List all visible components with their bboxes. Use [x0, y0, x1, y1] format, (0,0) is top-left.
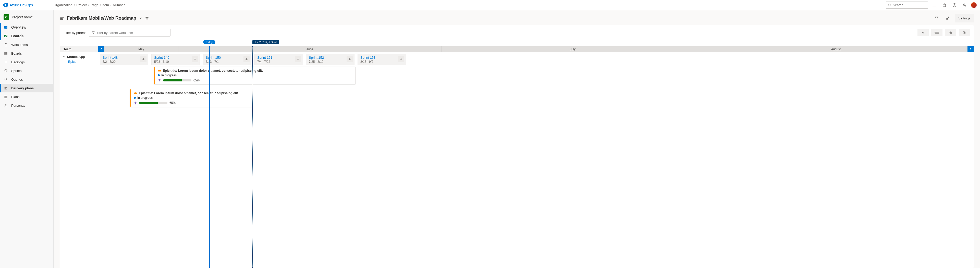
sprint-card[interactable]: Sprint 151 7/4 - 7/22: [255, 54, 303, 65]
scroll-left-button[interactable]: [98, 46, 104, 52]
svg-rect-16: [6, 52, 7, 54]
fullscreen-icon[interactable]: [943, 14, 952, 22]
search-input[interactable]: [893, 3, 926, 7]
svg-rect-14: [5, 52, 5, 54]
sprint-card[interactable]: Sprint 148 5/2 - 5/20: [100, 54, 148, 65]
project-tile: C: [3, 14, 9, 20]
main-content: Fabrikam Mobile/Web Roadmap Settings Fil…: [54, 10, 980, 268]
sidebar-section-boards[interactable]: Boards: [0, 32, 53, 40]
list-view-icon[interactable]: [930, 1, 938, 9]
svg-rect-22: [5, 89, 7, 89]
month-cell: August: [704, 46, 967, 52]
svg-point-18: [5, 78, 6, 80]
svg-point-6: [965, 5, 966, 6]
sprint-card[interactable]: Sprint 149 5/23 - 6/10: [151, 54, 200, 65]
team-name: Mobile App: [67, 55, 85, 59]
settings-button[interactable]: Settings: [955, 14, 974, 22]
svg-point-0: [889, 4, 891, 6]
add-item-button[interactable]: [243, 56, 250, 62]
zoom-out-button[interactable]: [945, 29, 956, 36]
breadcrumb-item[interactable]: Number: [113, 3, 124, 7]
fy-marker: FY 2023 Q1 Start: [252, 40, 279, 44]
today-line: [209, 46, 210, 268]
add-item-button[interactable]: [192, 56, 198, 62]
sidebar-item-label: Boards: [11, 51, 22, 55]
add-item-button[interactable]: [398, 56, 404, 62]
sidebar-item-label: Plans: [11, 95, 20, 99]
epic-card[interactable]: Epic title: Lorem ipsum dolor sit amet, …: [130, 89, 252, 107]
sprint-name: Sprint 152: [309, 56, 352, 59]
breadcrumb-item[interactable]: Page: [91, 3, 98, 7]
svg-rect-20: [5, 87, 7, 88]
help-icon[interactable]: ?: [950, 1, 959, 9]
svg-line-38: [965, 34, 966, 34]
add-item-button[interactable]: [140, 56, 146, 62]
filter-input[interactable]: [97, 31, 168, 35]
team-epics-link[interactable]: Epics: [62, 60, 95, 64]
team-row[interactable]: Mobile App: [62, 55, 95, 59]
topbar: Azure DevOps Organization/ Project/ Page…: [0, 0, 980, 10]
sprint-card[interactable]: Sprint 150 6/13 - 7/1: [203, 54, 251, 65]
kanban-icon: [3, 51, 8, 55]
timeline: today FY 2023 Q1 Start Team MayJuneJulyA…: [60, 40, 974, 268]
add-item-button[interactable]: [347, 56, 353, 62]
breadcrumb-item[interactable]: Organization: [54, 3, 73, 7]
breadcrumb-item[interactable]: Item: [102, 3, 109, 7]
team-column-header: Team: [60, 46, 98, 52]
filter-icon[interactable]: [932, 14, 941, 22]
sidebar-item-plans[interactable]: Plans: [0, 93, 53, 101]
sprint-name: Sprint 149: [154, 56, 197, 59]
sprint-card[interactable]: Sprint 152 7/25 - 8/12: [306, 54, 355, 65]
chevron-down-icon[interactable]: [139, 16, 142, 20]
epic-status: In progress: [137, 96, 153, 99]
search-box[interactable]: [886, 2, 928, 9]
sidebar-section-overview[interactable]: Overview: [0, 23, 53, 32]
filter-input-wrap[interactable]: [89, 29, 170, 37]
dependencies-button[interactable]: [918, 29, 929, 36]
fy-line: [252, 46, 253, 268]
svg-rect-9: [6, 27, 6, 28]
filter-row: Filter by parent: [60, 25, 974, 40]
status-dot: [158, 74, 160, 76]
sidebar-item-delivery-plans[interactable]: Delivery plans: [0, 84, 53, 93]
sidebar-item-work-items[interactable]: Work items: [0, 40, 53, 49]
sidebar-item-sprints[interactable]: Sprints: [0, 66, 53, 75]
zoom-in-button[interactable]: [959, 29, 970, 36]
star-icon[interactable]: [145, 16, 149, 20]
status-dot: [134, 97, 136, 99]
sidebar-item-personas[interactable]: Personas: [0, 101, 53, 110]
page-title: Fabrikam Mobile/Web Roadmap: [67, 16, 136, 21]
brand-logo[interactable]: Azure DevOps: [3, 3, 52, 7]
breadcrumb: Organization/ Project/ Page/ Item/ Numbe…: [54, 3, 125, 7]
epic-title: Epic title: Lorem ipsum dolor sit amet, …: [139, 91, 239, 95]
team-pane: Mobile App Epics: [60, 52, 98, 268]
svg-rect-15: [6, 52, 6, 54]
shopping-bag-icon[interactable]: [940, 1, 948, 9]
crown-icon: [134, 92, 137, 95]
breadcrumb-item[interactable]: Project: [76, 3, 86, 7]
month-cell: June: [178, 46, 442, 52]
sidebar-item-boards[interactable]: Boards: [0, 49, 53, 58]
sprint-card[interactable]: Sprint 153 8/15 - 9/2: [358, 54, 406, 65]
add-item-button[interactable]: [295, 56, 301, 62]
svg-rect-12: [5, 44, 7, 46]
sidebar-item-queries[interactable]: Queries: [0, 75, 53, 84]
avatar[interactable]: [971, 2, 977, 8]
sidebar-item-label: Personas: [11, 104, 25, 107]
svg-rect-28: [60, 18, 62, 19]
svg-text:?: ?: [954, 4, 955, 6]
svg-rect-23: [5, 96, 7, 96]
azure-devops-icon: [3, 3, 8, 7]
scroll-right-button[interactable]: [967, 46, 974, 52]
progress-pct: 65%: [193, 79, 200, 82]
plan-type-icon: [60, 16, 64, 21]
project-picker[interactable]: C Project name: [0, 12, 53, 23]
sidebar-item-backlogs[interactable]: Backlogs: [0, 58, 53, 66]
sprint-dates: 7/4 - 7/22: [257, 60, 300, 64]
svg-line-1: [890, 6, 891, 6]
collapse-button[interactable]: [931, 29, 942, 36]
user-settings-icon[interactable]: [961, 1, 969, 9]
today-marker: today: [204, 40, 215, 44]
plans-icon: [3, 95, 8, 99]
epic-card[interactable]: Epic title: Lorem ipsum dolor sit amet, …: [154, 67, 355, 85]
